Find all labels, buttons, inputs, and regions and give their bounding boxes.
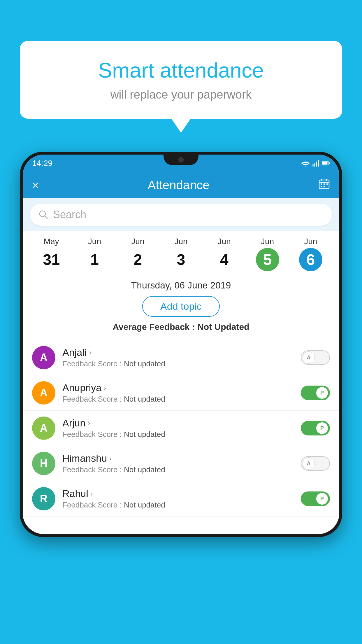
battery-icon xyxy=(322,161,330,166)
search-bar-wrapper: Search xyxy=(23,198,339,231)
feedback-score: Feedback Score : Not updated xyxy=(62,359,294,368)
student-item[interactable]: AAnjali ›Feedback Score : Not updatedA xyxy=(23,340,339,375)
calendar-strip: May31Jun1Jun2Jun3Jun4Jun5Jun6 xyxy=(23,231,339,274)
average-feedback: Average Feedback : Not Updated xyxy=(23,322,339,332)
search-bar[interactable]: Search xyxy=(30,204,332,226)
avatar: H xyxy=(32,452,55,475)
phone-screen: 14:29 xyxy=(23,155,339,534)
app-bar-title: Attendance xyxy=(147,178,210,192)
avatar: A xyxy=(32,416,55,440)
student-item[interactable]: RRahul ›Feedback Score : Not updatedP xyxy=(23,481,339,517)
close-button[interactable]: × xyxy=(32,179,39,192)
calendar-day[interactable]: Jun5 xyxy=(256,237,279,271)
svg-rect-11 xyxy=(321,183,322,185)
search-icon xyxy=(38,210,48,220)
svg-rect-0 xyxy=(312,164,314,167)
app-bar: × Attendance xyxy=(23,172,339,198)
student-info: Arjun ›Feedback Score : Not updated xyxy=(62,417,294,439)
phone-bottom xyxy=(23,517,339,534)
chevron-icon: › xyxy=(91,490,93,498)
student-name: Rahul › xyxy=(62,488,294,499)
student-name: Anupriya › xyxy=(62,382,294,393)
search-placeholder: Search xyxy=(53,209,86,221)
calendar-day[interactable]: Jun6 xyxy=(299,237,322,271)
student-name: Himanshu › xyxy=(62,453,294,464)
svg-rect-14 xyxy=(321,186,322,187)
toggle-knob: P xyxy=(316,493,328,505)
phone-wrapper: 14:29 xyxy=(20,152,342,644)
feedback-score: Feedback Score : Not updated xyxy=(62,430,294,439)
calendar-day[interactable]: May31 xyxy=(40,237,63,271)
toggle-knob: P xyxy=(316,387,328,399)
notch xyxy=(164,155,198,165)
student-item[interactable]: AArjun ›Feedback Score : Not updatedP xyxy=(23,411,339,446)
avatar: A xyxy=(32,346,55,369)
calendar-day[interactable]: Jun3 xyxy=(169,237,193,271)
chevron-icon: › xyxy=(88,419,90,427)
speech-bubble: Smart attendance will replace your paper… xyxy=(20,41,342,119)
student-info: Anjali ›Feedback Score : Not updated xyxy=(62,347,294,368)
front-camera xyxy=(178,157,184,162)
speech-bubble-container: Smart attendance will replace your paper… xyxy=(20,41,342,119)
toggle-knob: P xyxy=(316,422,328,434)
calendar-day[interactable]: Jun2 xyxy=(126,237,150,271)
svg-rect-12 xyxy=(324,183,325,185)
calendar-button[interactable] xyxy=(318,178,330,192)
svg-rect-2 xyxy=(316,162,317,167)
student-info: Anupriya ›Feedback Score : Not updated xyxy=(62,382,294,404)
student-info: Himanshu ›Feedback Score : Not updated xyxy=(62,453,294,474)
student-item[interactable]: AAnupriya ›Feedback Score : Not updatedP xyxy=(23,375,339,411)
calendar-day[interactable]: Jun1 xyxy=(83,237,106,271)
calendar-day[interactable]: Jun4 xyxy=(212,237,236,271)
calendar-icon xyxy=(318,178,330,190)
status-icons xyxy=(301,160,330,167)
toggle-knob: A xyxy=(303,457,315,470)
svg-rect-15 xyxy=(324,186,325,187)
svg-rect-5 xyxy=(329,162,330,164)
status-time: 14:29 xyxy=(32,159,52,168)
attendance-toggle[interactable]: P xyxy=(301,491,330,506)
svg-rect-13 xyxy=(326,183,328,185)
avatar: R xyxy=(32,487,55,510)
add-topic-button[interactable]: Add topic xyxy=(142,296,220,317)
student-item[interactable]: HHimanshu ›Feedback Score : Not updatedA xyxy=(23,446,339,481)
student-info: Rahul ›Feedback Score : Not updated xyxy=(62,488,294,510)
attendance-toggle[interactable]: A xyxy=(301,350,330,365)
content-area: Thursday, 06 June 2019 Add topic Average… xyxy=(23,274,339,340)
phone-device: 14:29 xyxy=(20,152,342,537)
chevron-icon: › xyxy=(109,454,112,463)
selected-date: Thursday, 06 June 2019 xyxy=(23,280,339,291)
student-name: Arjun › xyxy=(62,417,294,429)
chevron-icon: › xyxy=(89,349,91,357)
feedback-score: Feedback Score : Not updated xyxy=(62,501,294,510)
feedback-score: Feedback Score : Not updated xyxy=(62,465,294,474)
signal-icon xyxy=(312,160,319,167)
toggle-knob: A xyxy=(303,351,315,364)
speech-bubble-title: Smart attendance xyxy=(43,58,319,82)
wifi-icon xyxy=(301,160,310,167)
chevron-icon: › xyxy=(104,384,106,392)
student-name: Anjali › xyxy=(62,347,294,358)
avatar: A xyxy=(32,381,55,405)
svg-line-17 xyxy=(45,216,48,219)
status-bar: 14:29 xyxy=(23,155,339,172)
feedback-score: Feedback Score : Not updated xyxy=(62,395,294,404)
attendance-toggle[interactable]: P xyxy=(301,386,330,400)
attendance-toggle[interactable]: A xyxy=(301,456,330,471)
svg-rect-3 xyxy=(318,160,319,167)
student-list: AAnjali ›Feedback Score : Not updatedAAA… xyxy=(23,340,339,517)
speech-bubble-subtitle: will replace your paperwork xyxy=(43,88,319,101)
attendance-toggle[interactable]: P xyxy=(301,421,330,435)
svg-rect-6 xyxy=(322,162,328,165)
svg-rect-1 xyxy=(314,163,315,167)
